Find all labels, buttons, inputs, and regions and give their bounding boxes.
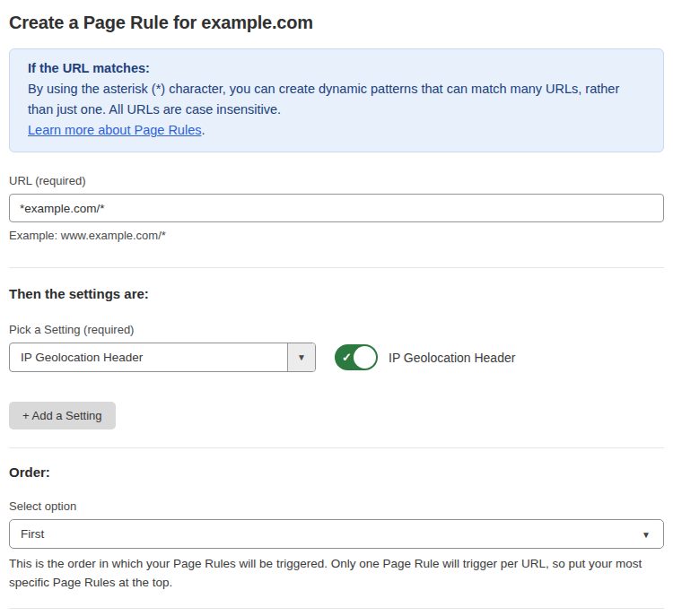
setting-select[interactable]: IP Geolocation Header ▼ — [9, 343, 316, 372]
url-input[interactable] — [9, 194, 664, 222]
chevron-down-icon: ▼ — [297, 352, 306, 362]
toggle-knob — [354, 346, 376, 369]
divider — [9, 608, 664, 609]
ip-geolocation-toggle-group: ✓ IP Geolocation Header — [335, 344, 515, 370]
learn-more-link[interactable]: Learn more about Page Rules — [28, 123, 201, 137]
page-title: Create a Page Rule for example.com — [9, 13, 664, 33]
order-select[interactable]: First ▼ — [9, 519, 664, 549]
chevron-down-icon: ▼ — [642, 529, 651, 539]
info-box-body: By using the asterisk (*) character, you… — [28, 79, 645, 120]
create-page-rule-form: Create a Page Rule for example.com If th… — [0, 0, 673, 616]
pick-setting-label: Pick a Setting (required) — [9, 323, 664, 336]
url-field-label: URL (required) — [9, 174, 664, 187]
url-example-helper: Example: www.example.com/* — [9, 229, 664, 242]
url-matches-info-box: If the URL matches: By using the asteris… — [9, 48, 664, 152]
order-select-value: First — [21, 527, 44, 541]
add-setting-button[interactable]: + Add a Setting — [9, 402, 116, 429]
order-helper-text: This is the order in which your Page Rul… — [9, 554, 664, 592]
setting-select-caret-button[interactable]: ▼ — [287, 343, 315, 371]
check-icon: ✓ — [342, 351, 352, 363]
order-section-heading: Order: — [9, 464, 664, 480]
ip-geolocation-toggle[interactable]: ✓ — [335, 344, 378, 370]
toggle-label: IP Geolocation Header — [389, 351, 515, 365]
divider — [9, 447, 664, 448]
divider — [9, 267, 664, 268]
setting-row: IP Geolocation Header ▼ ✓ IP Geolocation… — [9, 343, 664, 372]
info-box-heading: If the URL matches: — [28, 58, 645, 79]
info-box-link-line: Learn more about Page Rules. — [28, 120, 645, 141]
settings-section-heading: Then the settings are: — [9, 286, 664, 301]
setting-select-value: IP Geolocation Header — [10, 343, 287, 371]
order-select-label: Select option — [9, 499, 664, 513]
link-suffix: . — [201, 123, 205, 137]
